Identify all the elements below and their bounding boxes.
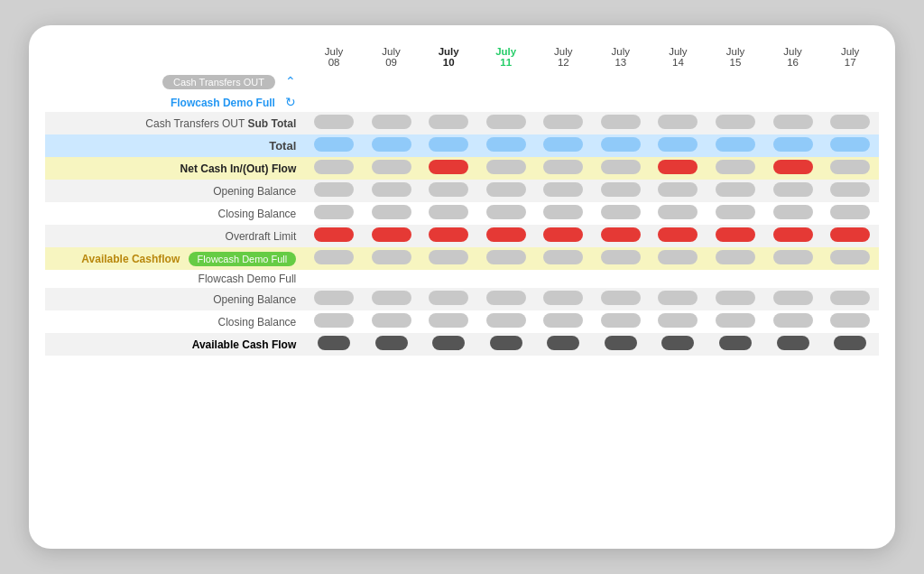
flowcash-header-row: Flowcash Demo Full ↻: [45, 92, 879, 112]
cashflow-table: July08 July09 July10 July11 July12: [45, 43, 879, 356]
flowcash-title: Flowcash Demo Full: [171, 97, 275, 109]
section-header-label: Cash Transfers OUT ⌃: [45, 71, 305, 92]
overdraft-row: Overdraft Limit: [45, 225, 879, 247]
available-cash-label: Available Cash Flow: [45, 333, 305, 356]
closing2-label: Closing Balance: [45, 310, 305, 333]
closing-label: Closing Balance: [45, 202, 305, 225]
opening-row: Opening Balance: [45, 180, 879, 202]
table-wrapper: July08 July09 July10 July11 July12: [45, 43, 879, 356]
header-row: July08 July09 July10 July11 July12: [45, 43, 879, 71]
col-jul16: July16: [764, 43, 822, 71]
available-cash-row: Available Cash Flow: [45, 333, 879, 356]
flowcash-badge: Flowcash Demo Full: [189, 252, 297, 266]
col-jul13: July13: [592, 43, 650, 71]
subtotal-row: Cash Transfers OUT Sub Total: [45, 112, 879, 134]
col-jul08: July08: [305, 43, 363, 71]
opening2-row: Opening Balance: [45, 288, 879, 310]
opening2-label: Opening Balance: [45, 288, 305, 310]
available-row: Available Cashflow Flowcash Demo Full: [45, 247, 879, 270]
closing2-row: Closing Balance: [45, 310, 879, 333]
opening-label: Opening Balance: [45, 180, 305, 202]
col-jul10: July10: [420, 43, 477, 71]
col-jul09: July09: [363, 43, 420, 71]
refresh-icon[interactable]: ↻: [285, 95, 296, 109]
total-label: Total: [45, 134, 305, 157]
col-jul12: July12: [535, 43, 593, 71]
col-jul15: July15: [707, 43, 764, 71]
netcash-row: Net Cash In/(Out) Flow: [45, 157, 879, 180]
cashout-badge: Cash Transfers OUT: [162, 75, 275, 89]
main-card: July08 July09 July10 July11 July12: [29, 25, 895, 549]
section-header-row: Cash Transfers OUT ⌃: [45, 71, 879, 92]
col-jul14: July14: [650, 43, 707, 71]
overdraft-label: Overdraft Limit: [45, 225, 305, 247]
subtotal-label: Cash Transfers OUT Sub Total: [45, 112, 305, 134]
header-label-col: [45, 43, 305, 71]
col-jul11: July11: [477, 43, 535, 71]
chevron-up-icon[interactable]: ⌃: [285, 74, 296, 88]
section2-label: Flowcash Demo Full: [45, 270, 305, 288]
total-row: Total: [45, 134, 879, 157]
flowcash-label: Flowcash Demo Full ↻: [45, 92, 305, 112]
section2-header-row: Flowcash Demo Full: [45, 270, 879, 288]
closing-row: Closing Balance: [45, 202, 879, 225]
available-label: Available Cashflow Flowcash Demo Full: [45, 247, 305, 270]
netcash-label: Net Cash In/(Out) Flow: [45, 157, 305, 180]
col-jul17: July17: [821, 43, 879, 71]
